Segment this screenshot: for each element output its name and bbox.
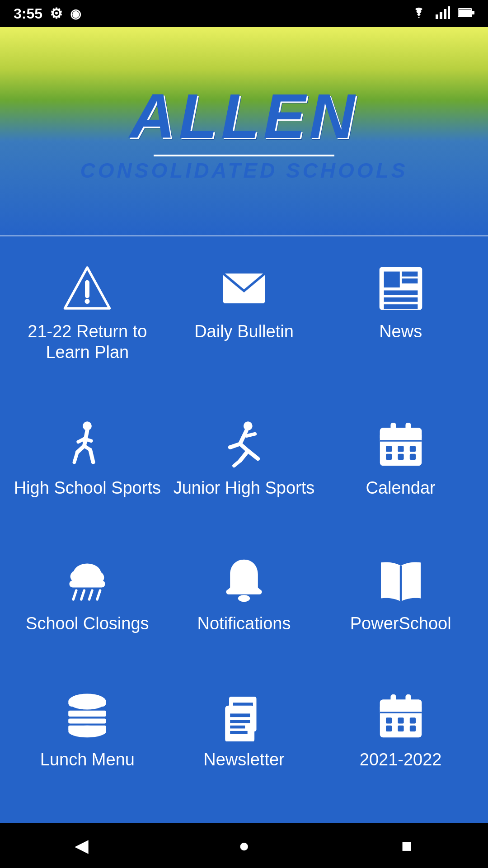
svg-rect-71 bbox=[230, 725, 245, 728]
svg-rect-69 bbox=[230, 713, 250, 717]
menu-item-lunch-menu[interactable]: Lunch Menu bbox=[9, 678, 166, 814]
svg-rect-81 bbox=[409, 717, 415, 723]
warning-icon bbox=[60, 264, 114, 313]
menu-label-lunch-menu: Lunch Menu bbox=[40, 750, 135, 770]
svg-line-32 bbox=[234, 461, 240, 466]
menu-label-news: News bbox=[379, 321, 422, 342]
svg-line-53 bbox=[97, 590, 100, 599]
svg-line-52 bbox=[89, 590, 93, 599]
svg-line-31 bbox=[246, 434, 255, 436]
signal-icon bbox=[436, 6, 450, 21]
menu-item-calendar[interactable]: Calendar bbox=[322, 406, 479, 542]
menu-grid: 21-22 Return to Learn Plan Daily Bulleti… bbox=[0, 236, 488, 823]
svg-point-55 bbox=[238, 595, 250, 602]
svg-rect-83 bbox=[398, 725, 404, 731]
settings-icon: ⚙ bbox=[50, 5, 63, 22]
menu-label-newsletter: Newsletter bbox=[203, 750, 285, 770]
logo-container: ALLEN Consolidated Schools bbox=[80, 80, 408, 183]
svg-rect-44 bbox=[398, 454, 404, 460]
menu-label-junior-high-sports: Junior High Sports bbox=[174, 478, 315, 499]
svg-rect-12 bbox=[384, 272, 399, 288]
home-button[interactable]: ● bbox=[226, 827, 262, 863]
svg-rect-84 bbox=[409, 725, 415, 731]
svg-line-50 bbox=[74, 590, 77, 599]
svg-rect-36 bbox=[380, 435, 421, 441]
svg-rect-13 bbox=[402, 272, 418, 277]
svg-rect-59 bbox=[69, 710, 107, 716]
svg-rect-6 bbox=[472, 11, 474, 14]
status-bar: 3:55 ⚙ ◉ bbox=[0, 0, 488, 27]
svg-rect-38 bbox=[391, 423, 396, 433]
menu-item-notifications[interactable]: Notifications bbox=[166, 542, 323, 678]
walk-icon bbox=[60, 420, 114, 470]
svg-rect-39 bbox=[406, 423, 411, 433]
menu-label-daily-bulletin: Daily Bulletin bbox=[194, 321, 294, 342]
burger-icon bbox=[60, 692, 114, 741]
menu-item-return-to-learn[interactable]: 21-22 Return to Learn Plan bbox=[9, 250, 166, 406]
svg-rect-72 bbox=[230, 731, 248, 734]
svg-rect-15 bbox=[384, 290, 418, 295]
back-button[interactable]: ◀ bbox=[63, 827, 99, 863]
menu-item-junior-high-sports[interactable]: Junior High Sports bbox=[166, 406, 323, 542]
svg-rect-79 bbox=[386, 717, 392, 723]
svg-line-24 bbox=[84, 439, 91, 441]
back-icon: ◀ bbox=[75, 835, 89, 856]
menu-label-notifications: Notifications bbox=[197, 613, 291, 634]
run-icon bbox=[217, 420, 271, 470]
svg-rect-40 bbox=[386, 446, 392, 452]
svg-rect-80 bbox=[398, 717, 404, 723]
home-icon: ● bbox=[239, 835, 249, 856]
svg-rect-14 bbox=[402, 278, 418, 283]
menu-label-return-to-learn: 21-22 Return to Learn Plan bbox=[14, 321, 161, 363]
menu-label-2021-2022: 2021-2022 bbox=[360, 750, 442, 770]
svg-line-33 bbox=[248, 451, 258, 459]
menu-item-powerschool[interactable]: PowerSchool bbox=[322, 542, 479, 678]
calendar2-icon bbox=[374, 692, 428, 741]
navigation-bar: ◀ ● ■ bbox=[0, 823, 488, 868]
menu-item-daily-bulletin[interactable]: Daily Bulletin bbox=[166, 250, 323, 406]
svg-rect-49 bbox=[70, 580, 105, 587]
svg-rect-2 bbox=[444, 9, 446, 19]
svg-rect-82 bbox=[386, 725, 392, 731]
svg-rect-70 bbox=[230, 720, 250, 723]
mail-icon bbox=[217, 264, 271, 313]
menu-item-high-school-sports[interactable]: High School Sports bbox=[9, 406, 166, 542]
svg-rect-1 bbox=[440, 12, 442, 19]
wifi-icon bbox=[410, 6, 427, 21]
newspaper-icon bbox=[374, 264, 428, 313]
time-display: 3:55 bbox=[14, 5, 42, 22]
svg-rect-17 bbox=[384, 304, 418, 309]
svg-rect-77 bbox=[391, 694, 396, 704]
svg-point-9 bbox=[85, 299, 90, 304]
svg-line-25 bbox=[75, 452, 78, 462]
svg-rect-75 bbox=[380, 707, 421, 712]
svg-rect-43 bbox=[386, 454, 392, 460]
svg-rect-78 bbox=[406, 694, 411, 704]
menu-label-school-closings: School Closings bbox=[26, 613, 149, 634]
menu-item-newsletter[interactable]: Newsletter bbox=[166, 678, 323, 814]
svg-rect-68 bbox=[226, 707, 253, 741]
battery-icon bbox=[458, 8, 474, 19]
document-icon bbox=[217, 692, 271, 741]
svg-line-51 bbox=[81, 590, 84, 599]
svg-rect-45 bbox=[409, 454, 415, 460]
menu-label-powerschool: PowerSchool bbox=[350, 613, 451, 634]
menu-item-school-closings[interactable]: School Closings bbox=[9, 542, 166, 678]
svg-rect-5 bbox=[459, 9, 471, 16]
svg-point-62 bbox=[69, 725, 107, 737]
logo-sub: Consolidated Schools bbox=[80, 158, 408, 183]
recent-icon: ■ bbox=[401, 835, 412, 856]
menu-label-high-school-sports: High School Sports bbox=[14, 478, 161, 499]
circle-icon: ◉ bbox=[70, 6, 81, 21]
svg-rect-54 bbox=[226, 590, 262, 594]
recent-button[interactable]: ■ bbox=[389, 827, 425, 863]
bell-icon bbox=[217, 556, 271, 605]
svg-rect-0 bbox=[436, 14, 438, 19]
book-icon bbox=[374, 556, 428, 605]
menu-item-news[interactable]: News bbox=[322, 250, 479, 406]
menu-item-2021-2022[interactable]: 2021-2022 bbox=[322, 678, 479, 814]
svg-rect-42 bbox=[409, 446, 415, 452]
header-logo-area: ALLEN Consolidated Schools bbox=[0, 27, 488, 235]
svg-rect-16 bbox=[384, 297, 418, 302]
svg-line-22 bbox=[90, 450, 94, 462]
